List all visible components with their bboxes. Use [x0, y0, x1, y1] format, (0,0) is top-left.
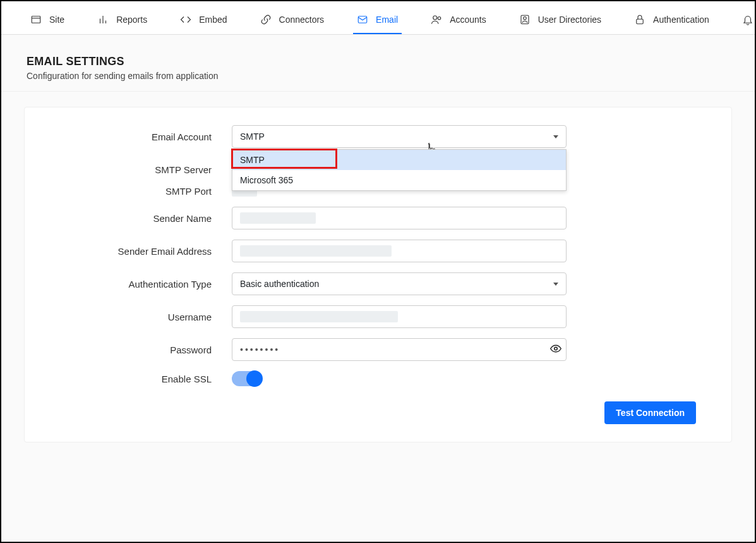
email-icon: [357, 14, 368, 25]
enable-ssl-toggle[interactable]: [232, 371, 262, 386]
tab-reports[interactable]: Reports: [93, 8, 151, 34]
redacted-value: [240, 311, 398, 322]
settings-card: Email Account SMTP SMTP Microsoft 365 SM…: [24, 107, 732, 442]
tab-authentication[interactable]: Authentication: [630, 8, 713, 34]
site-icon: [30, 14, 42, 25]
tab-label: Accounts: [450, 15, 486, 25]
label-enable-ssl: Enable SSL: [60, 374, 212, 384]
page-title: EMAIL SETTINGS: [27, 55, 729, 68]
auth-type-select[interactable]: Basic authentication: [232, 272, 567, 295]
label-sender-name: Sender Name: [60, 213, 212, 224]
svg-point-7: [438, 17, 441, 20]
label-username: Username: [60, 312, 212, 322]
test-connection-button[interactable]: Test Connection: [604, 401, 696, 424]
email-account-value: SMTP: [240, 131, 265, 142]
bell-icon: [742, 14, 753, 25]
tab-connectors[interactable]: Connectors: [256, 8, 328, 34]
dropdown-option-smtp[interactable]: SMTP: [232, 150, 566, 170]
username-input[interactable]: [232, 305, 567, 328]
embed-icon: [180, 14, 191, 25]
redacted-value: [240, 245, 392, 257]
page-header: EMAIL SETTINGS Configuration for sending…: [1, 35, 755, 92]
tab-label: Site: [49, 15, 64, 25]
svg-rect-5: [358, 16, 367, 23]
accounts-icon: [431, 14, 442, 25]
auth-type-value: Basic authentication: [240, 279, 319, 289]
tab-label: Connectors: [279, 15, 325, 25]
label-sender-email: Sender Email Address: [60, 246, 212, 257]
lock-icon: [634, 14, 645, 25]
tab-label: Reports: [116, 15, 147, 25]
dropdown-option-microsoft365[interactable]: Microsoft 365: [232, 170, 566, 190]
reports-icon: [97, 14, 109, 25]
tab-site[interactable]: Site: [27, 8, 68, 34]
tab-label: User Directories: [538, 15, 601, 25]
svg-point-11: [555, 347, 558, 350]
tab-notifications[interactable]: Notific: [738, 8, 755, 34]
label-auth-type: Authentication Type: [60, 279, 212, 290]
tab-email[interactable]: Email: [353, 8, 402, 34]
connectors-icon: [260, 14, 272, 25]
caret-down-icon: [553, 283, 558, 286]
tab-accounts[interactable]: Accounts: [427, 8, 490, 34]
page-subtitle: Configuration for sending emails from ap…: [27, 71, 729, 81]
label-smtp-server: SMTP Server: [60, 164, 212, 175]
tab-label: Email: [376, 15, 398, 25]
caret-down-icon: [553, 135, 558, 138]
show-password-button[interactable]: [550, 343, 561, 357]
user-directories-icon: [519, 14, 531, 25]
label-smtp-port: SMTP Port: [60, 186, 212, 197]
svg-point-9: [523, 17, 526, 20]
svg-rect-0: [32, 16, 40, 23]
tab-label: Authentication: [653, 15, 709, 25]
tab-label: Embed: [199, 15, 227, 25]
svg-rect-10: [637, 19, 644, 24]
top-tab-bar: Site Reports Embed Connectors Email: [1, 1, 755, 35]
password-mask: ••••••••: [240, 345, 280, 355]
sender-name-input[interactable]: [232, 207, 567, 229]
sender-email-input[interactable]: [232, 240, 567, 262]
email-account-select[interactable]: SMTP: [232, 125, 567, 148]
password-input[interactable]: ••••••••: [232, 338, 567, 361]
tab-embed[interactable]: Embed: [176, 8, 231, 34]
email-account-dropdown: SMTP Microsoft 365: [232, 149, 567, 191]
tab-user-directories[interactable]: User Directories: [515, 8, 605, 34]
toggle-knob: [246, 370, 263, 387]
label-password: Password: [60, 345, 212, 355]
redacted-value: [240, 212, 316, 224]
label-email-account: Email Account: [60, 131, 212, 142]
svg-point-6: [433, 16, 437, 20]
